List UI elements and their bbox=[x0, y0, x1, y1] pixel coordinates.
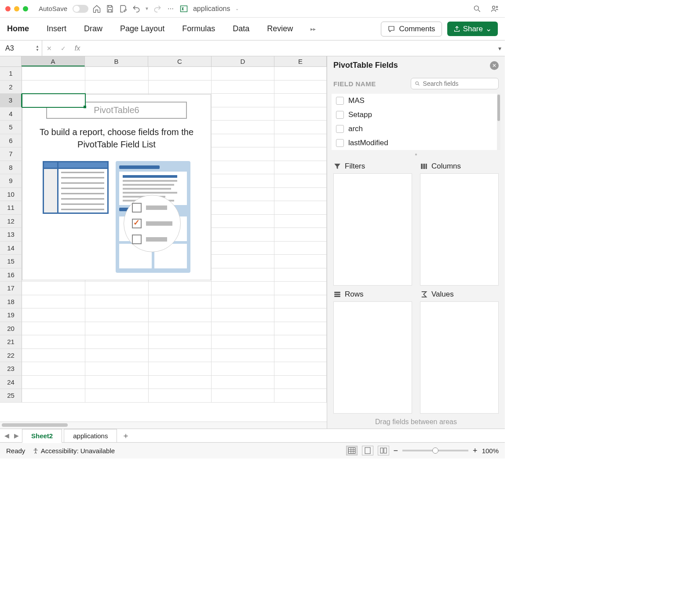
tab-formulas[interactable]: Formulas bbox=[182, 24, 215, 33]
home-icon[interactable] bbox=[92, 4, 102, 14]
cell[interactable] bbox=[274, 81, 327, 94]
cell[interactable] bbox=[212, 147, 274, 161]
filters-dropzone[interactable] bbox=[333, 173, 412, 286]
cell[interactable] bbox=[22, 94, 85, 107]
row-header[interactable]: 20 bbox=[0, 322, 22, 336]
cell[interactable] bbox=[85, 282, 149, 295]
cell[interactable] bbox=[274, 362, 327, 376]
name-box-spinner-icon[interactable]: ▲▼ bbox=[36, 45, 39, 52]
cell[interactable] bbox=[274, 242, 327, 255]
checkbox-icon[interactable] bbox=[336, 97, 344, 105]
accept-formula-icon[interactable]: ✓ bbox=[56, 40, 70, 56]
cell[interactable] bbox=[149, 362, 212, 376]
column-header[interactable]: E bbox=[274, 56, 327, 66]
cell[interactable] bbox=[85, 389, 149, 403]
cell[interactable] bbox=[274, 107, 327, 121]
cell[interactable] bbox=[274, 255, 327, 268]
cell[interactable] bbox=[22, 389, 85, 403]
save-edit-icon[interactable] bbox=[118, 4, 128, 14]
cell[interactable] bbox=[212, 188, 274, 202]
checkbox-icon[interactable] bbox=[336, 139, 344, 147]
cell[interactable] bbox=[212, 349, 274, 363]
cell[interactable] bbox=[22, 295, 85, 309]
tab-home[interactable]: Home bbox=[7, 24, 29, 33]
cell[interactable] bbox=[22, 362, 85, 376]
document-dropdown-icon[interactable]: ⌄ bbox=[235, 6, 239, 11]
zoom-window-icon[interactable] bbox=[23, 6, 28, 11]
document-name[interactable]: applications bbox=[193, 5, 230, 13]
row-header[interactable]: 21 bbox=[0, 335, 22, 349]
cell[interactable] bbox=[212, 362, 274, 376]
cell[interactable] bbox=[212, 255, 274, 268]
rows-area[interactable]: Rows bbox=[333, 290, 412, 414]
cell[interactable] bbox=[149, 376, 212, 389]
cell[interactable] bbox=[22, 81, 85, 94]
row-header[interactable]: 6 bbox=[0, 134, 22, 148]
spreadsheet-grid[interactable]: ABCDE 1234567891011121314151617181920212… bbox=[0, 56, 327, 429]
cell[interactable] bbox=[274, 282, 327, 295]
cell[interactable] bbox=[85, 308, 149, 322]
cell[interactable] bbox=[212, 268, 274, 282]
cell[interactable] bbox=[274, 147, 327, 161]
row-header[interactable]: 25 bbox=[0, 389, 22, 403]
row-header[interactable]: 18 bbox=[0, 295, 22, 309]
cell[interactable] bbox=[85, 362, 149, 376]
cell[interactable] bbox=[22, 376, 85, 389]
pane-resize-handle-icon[interactable]: ● bbox=[327, 150, 505, 158]
zoom-in-button[interactable]: + bbox=[473, 446, 478, 455]
cell[interactable] bbox=[85, 81, 149, 94]
cell[interactable] bbox=[274, 121, 327, 134]
row-header[interactable]: 23 bbox=[0, 362, 22, 376]
row-header[interactable]: 17 bbox=[0, 282, 22, 295]
view-normal-icon[interactable] bbox=[346, 446, 358, 455]
row-header[interactable]: 16 bbox=[0, 268, 22, 282]
cell[interactable] bbox=[85, 349, 149, 363]
cell[interactable] bbox=[274, 134, 327, 148]
share-button[interactable]: Share ⌄ bbox=[447, 22, 498, 36]
column-header[interactable]: C bbox=[148, 56, 212, 66]
tab-draw[interactable]: Draw bbox=[84, 24, 102, 33]
cell[interactable] bbox=[149, 322, 212, 336]
cell[interactable] bbox=[149, 67, 212, 81]
row-header[interactable]: 7 bbox=[0, 147, 22, 161]
column-header[interactable]: D bbox=[212, 56, 274, 66]
view-page-layout-icon[interactable] bbox=[362, 446, 373, 455]
checkbox-icon[interactable] bbox=[336, 111, 344, 119]
row-header[interactable]: 13 bbox=[0, 228, 22, 242]
cell[interactable] bbox=[274, 349, 327, 363]
row-header[interactable]: 11 bbox=[0, 201, 22, 215]
tab-data[interactable]: Data bbox=[233, 24, 249, 33]
cell[interactable] bbox=[149, 81, 212, 94]
cell[interactable] bbox=[274, 228, 327, 242]
cell[interactable] bbox=[85, 322, 149, 336]
column-header[interactable]: A bbox=[22, 56, 85, 66]
search-icon[interactable] bbox=[472, 4, 482, 14]
row-header[interactable]: 5 bbox=[0, 121, 22, 134]
row-header[interactable]: 1 bbox=[0, 67, 22, 81]
minimize-window-icon[interactable] bbox=[14, 6, 19, 11]
cell[interactable] bbox=[274, 376, 327, 389]
zoom-level[interactable]: 100% bbox=[482, 447, 499, 455]
row-header[interactable]: 10 bbox=[0, 188, 22, 202]
row-header[interactable]: 14 bbox=[0, 242, 22, 255]
fx-icon[interactable]: fx bbox=[70, 40, 84, 56]
cell[interactable] bbox=[212, 121, 274, 134]
tab-review[interactable]: Review bbox=[267, 24, 293, 33]
add-sheet-button[interactable]: ＋ bbox=[119, 430, 133, 441]
cell[interactable] bbox=[212, 308, 274, 322]
values-dropzone[interactable] bbox=[420, 301, 499, 414]
cell[interactable] bbox=[85, 376, 149, 389]
columns-area[interactable]: Columns bbox=[420, 162, 499, 286]
close-pane-icon[interactable]: ✕ bbox=[490, 61, 499, 70]
cell[interactable] bbox=[85, 67, 149, 81]
cell[interactable] bbox=[274, 94, 327, 107]
cell[interactable] bbox=[212, 335, 274, 349]
tab-page-layout[interactable]: Page Layout bbox=[120, 24, 164, 33]
cell[interactable] bbox=[149, 282, 212, 295]
cell[interactable] bbox=[212, 134, 274, 148]
cell[interactable] bbox=[149, 389, 212, 403]
tab-overflow-icon[interactable]: ▸▸ bbox=[310, 26, 316, 32]
row-header[interactable]: 19 bbox=[0, 308, 22, 322]
cell[interactable] bbox=[212, 67, 274, 81]
cell[interactable] bbox=[22, 322, 85, 336]
